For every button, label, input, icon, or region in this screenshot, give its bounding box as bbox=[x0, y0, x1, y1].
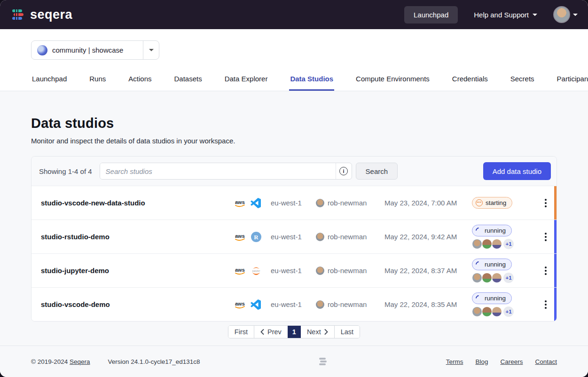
user-avatar bbox=[316, 300, 324, 309]
pagination-last-button[interactable]: Last bbox=[334, 326, 360, 338]
status-color-bar bbox=[554, 288, 557, 321]
avatar bbox=[553, 6, 570, 23]
add-data-studio-button[interactable]: Add data studio bbox=[483, 162, 551, 180]
tab-actions[interactable]: Actions bbox=[127, 69, 152, 91]
tab-compute-environments[interactable]: Compute Environments bbox=[355, 69, 431, 91]
vscode-icon bbox=[251, 299, 261, 310]
pagination-page-1[interactable]: 1 bbox=[288, 326, 301, 338]
extra-participants-badge: +1 bbox=[503, 273, 514, 283]
studios-table-card: Showing 1-4 of 4 i Search Add data studi… bbox=[31, 156, 557, 322]
footer: © 2019-2024 Seqera Version 24.1.0-cycle1… bbox=[0, 346, 588, 377]
seqera-logo-icon bbox=[10, 7, 25, 22]
pagination-prev-button[interactable]: Prev bbox=[254, 326, 288, 338]
participant-avatar bbox=[492, 273, 502, 283]
user-cell: rob-newman bbox=[316, 233, 384, 241]
page-subtitle: Monitor and inspect the details of data … bbox=[31, 137, 557, 145]
user-avatar bbox=[316, 199, 324, 207]
user-menu[interactable] bbox=[553, 6, 578, 23]
chevron-left-icon bbox=[260, 329, 264, 335]
aws-icon: aws bbox=[234, 300, 247, 309]
status-color-bar bbox=[554, 186, 557, 220]
workspace-selector[interactable]: community | showcase bbox=[31, 40, 159, 60]
running-spinner-icon bbox=[474, 294, 483, 302]
user-name: rob-newman bbox=[328, 233, 367, 241]
studio-name[interactable]: studio-rstudio-demo bbox=[31, 233, 234, 241]
status-color-bar bbox=[554, 254, 557, 287]
participant-avatar bbox=[492, 239, 502, 249]
created-date: May 23, 2024, 7:00 AM bbox=[384, 199, 472, 207]
status-badge: running bbox=[472, 225, 512, 236]
help-and-support-menu[interactable]: Help and Support bbox=[474, 11, 537, 19]
user-name: rob-newman bbox=[328, 199, 367, 207]
table-row[interactable]: studio-jupyter-demo aws jupyter eu-west-… bbox=[31, 253, 557, 287]
tab-data-studios[interactable]: Data Studios bbox=[289, 69, 334, 91]
studio-name[interactable]: studio-jupyter-demo bbox=[31, 267, 234, 275]
region: eu-west-1 bbox=[271, 233, 316, 241]
tab-runs[interactable]: Runs bbox=[88, 69, 107, 91]
aws-icon: aws bbox=[234, 198, 247, 208]
row-menu-button[interactable] bbox=[543, 231, 549, 243]
main-content: Data studios Monitor and inspect the det… bbox=[0, 116, 588, 338]
tab-datasets[interactable]: Datasets bbox=[173, 69, 203, 91]
tab-secrets[interactable]: Secrets bbox=[510, 69, 535, 91]
tab-credentials[interactable]: Credentials bbox=[451, 69, 489, 91]
tab-participants[interactable]: Participants bbox=[556, 69, 588, 91]
tab-data-explorer[interactable]: Data Explorer bbox=[224, 69, 269, 91]
pagination-first-button[interactable]: First bbox=[228, 326, 254, 338]
user-avatar bbox=[316, 267, 324, 275]
chevron-down-icon bbox=[149, 49, 154, 51]
running-spinner-icon bbox=[474, 260, 483, 268]
aws-icon: aws bbox=[234, 232, 247, 242]
starting-status-icon: ••• bbox=[476, 199, 483, 206]
version-text: Version 24.1.0-cycle17_ed131c8 bbox=[108, 358, 200, 365]
created-date: May 22, 2024, 8:35 AM bbox=[384, 300, 472, 308]
blog-link[interactable]: Blog bbox=[475, 358, 488, 365]
search-input[interactable] bbox=[100, 163, 336, 179]
row-menu-button[interactable] bbox=[543, 197, 549, 209]
table-row[interactable]: studio-vscode-demo aws eu-west-1 rob-new… bbox=[31, 287, 557, 321]
participants-avatars: +1 bbox=[472, 239, 514, 249]
workspace-dropdown-toggle[interactable] bbox=[143, 41, 159, 59]
participants-avatars: +1 bbox=[472, 273, 514, 283]
participant-avatar bbox=[472, 273, 482, 283]
row-menu-button[interactable] bbox=[543, 298, 549, 311]
participant-avatar bbox=[482, 239, 492, 249]
studio-name[interactable]: studio-vscode-new-data-studio bbox=[31, 199, 234, 207]
svg-text:R: R bbox=[254, 233, 259, 240]
user-cell: rob-newman bbox=[316, 300, 384, 309]
terms-link[interactable]: Terms bbox=[446, 358, 463, 365]
running-spinner-icon bbox=[474, 226, 483, 235]
seqera-logo[interactable]: seqera bbox=[10, 7, 72, 22]
search-info-button[interactable]: i bbox=[336, 163, 352, 179]
pagination-next-button[interactable]: Next bbox=[301, 326, 334, 338]
table-toolbar: Showing 1-4 of 4 i Search Add data studi… bbox=[31, 157, 557, 186]
contact-link[interactable]: Contact bbox=[535, 358, 557, 365]
participant-avatar bbox=[492, 306, 502, 317]
status-badge: running bbox=[472, 292, 512, 304]
info-icon: i bbox=[339, 167, 348, 175]
created-date: May 22, 2024, 8:37 AM bbox=[384, 267, 472, 275]
studio-name[interactable]: studio-vscode-demo bbox=[31, 300, 234, 308]
chevron-down-icon bbox=[573, 14, 578, 16]
status-color-bar bbox=[554, 220, 557, 253]
region: eu-west-1 bbox=[271, 199, 316, 207]
page-title: Data studios bbox=[31, 116, 557, 131]
svg-text:aws: aws bbox=[235, 233, 245, 239]
table-row[interactable]: studio-rstudio-demo aws R eu-west-1 rob-… bbox=[31, 220, 557, 253]
careers-link[interactable]: Careers bbox=[500, 358, 523, 365]
results-count: Showing 1-4 of 4 bbox=[39, 167, 92, 175]
brand-wordmark: seqera bbox=[30, 8, 72, 22]
chevron-right-icon bbox=[324, 329, 328, 335]
row-menu-button[interactable] bbox=[543, 265, 549, 277]
workspace-bar: community | showcase bbox=[0, 29, 588, 69]
launchpad-nav-button[interactable]: Launchpad bbox=[404, 6, 458, 24]
svg-text:jupyter: jupyter bbox=[252, 269, 260, 272]
user-name: rob-newman bbox=[328, 300, 367, 308]
tab-launchpad[interactable]: Launchpad bbox=[31, 69, 68, 91]
search-button[interactable]: Search bbox=[356, 163, 398, 180]
copyright-text: © 2019-2024 Seqera bbox=[31, 358, 90, 365]
top-navbar: seqera Launchpad Help and Support bbox=[0, 0, 588, 29]
seqera-mark-icon bbox=[319, 357, 327, 366]
table-row[interactable]: studio-vscode-new-data-studio aws eu-wes… bbox=[31, 186, 557, 220]
seqera-footer-link[interactable]: Seqera bbox=[70, 358, 90, 365]
